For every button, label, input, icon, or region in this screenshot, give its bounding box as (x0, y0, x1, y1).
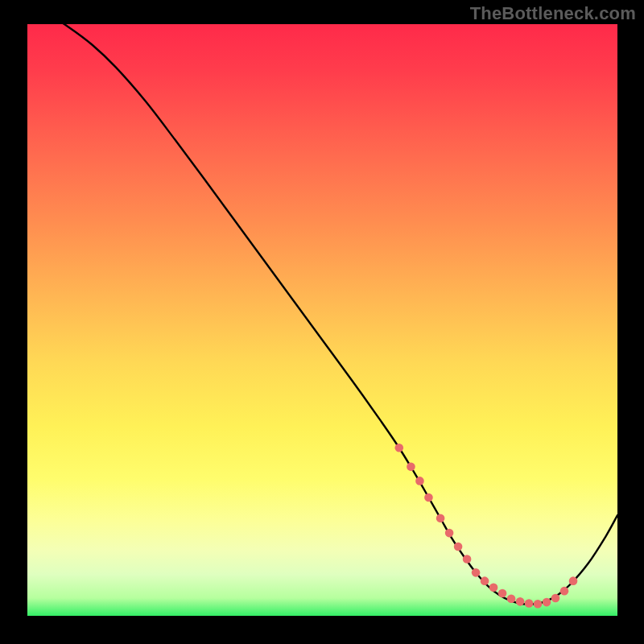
bottleneck-curve-svg (27, 24, 617, 616)
valley-marker (507, 594, 516, 603)
valley-marker (463, 555, 472, 564)
valley-marker (472, 568, 481, 577)
valley-marker (551, 594, 560, 603)
bottleneck-curve-line (27, 1, 617, 605)
valley-marker (415, 477, 424, 485)
valley-marker (394, 444, 403, 452)
valley-marker (534, 600, 543, 609)
valley-marker (543, 598, 551, 607)
chart-frame: TheBottleneck.com (0, 0, 644, 644)
plot-area (27, 24, 617, 616)
valley-markers (394, 444, 577, 609)
valley-marker (424, 493, 433, 502)
valley-marker (407, 462, 415, 471)
valley-marker (569, 576, 578, 585)
valley-marker (560, 587, 569, 596)
valley-marker (445, 529, 454, 538)
watermark-text: TheBottleneck.com (470, 3, 636, 24)
valley-marker (481, 576, 489, 585)
valley-marker (516, 597, 525, 606)
valley-marker (454, 543, 463, 551)
valley-marker (436, 514, 445, 522)
valley-marker (489, 583, 498, 592)
valley-marker (498, 589, 507, 598)
valley-marker (525, 599, 534, 608)
